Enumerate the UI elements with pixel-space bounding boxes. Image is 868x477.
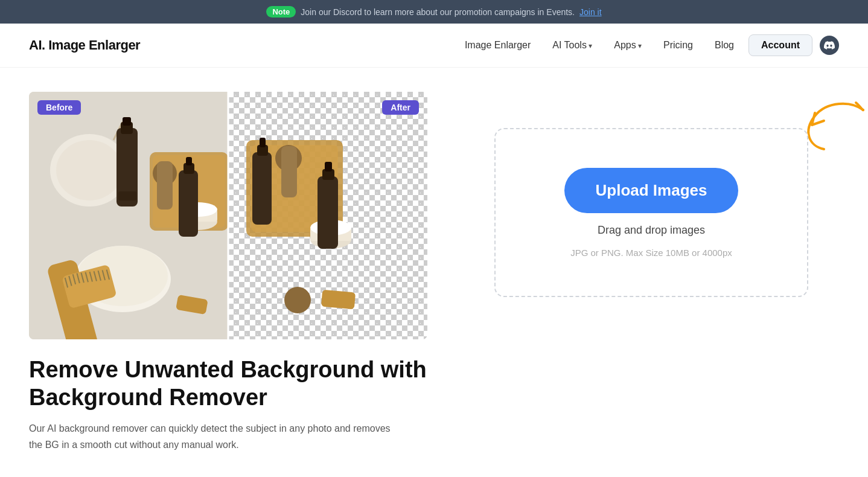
svg-rect-17 <box>157 161 173 210</box>
main-content: Before <box>0 68 868 453</box>
svg-rect-46 <box>325 162 332 171</box>
hero-text: Remove Unwanted Background with Backgrou… <box>29 356 427 453</box>
divider-line <box>228 92 229 339</box>
svg-point-48 <box>284 287 311 313</box>
navbar: AI. Image Enlarger Image Enlarger AI Too… <box>0 24 868 68</box>
account-button[interactable]: Account <box>748 34 812 56</box>
banner-message: Join our Discord to learn more about our… <box>301 7 575 17</box>
right-side: Upload Images Drag and drop images JPG o… <box>464 92 839 297</box>
svg-rect-13 <box>179 170 198 237</box>
hero-title: Remove Unwanted Background with Backgrou… <box>29 356 427 411</box>
nav-link-image-enlarger[interactable]: Image Enlarger <box>465 40 531 50</box>
after-image <box>228 92 427 339</box>
join-link[interactable]: Join it <box>579 7 602 17</box>
upload-box[interactable]: Upload Images Drag and drop images JPG o… <box>494 128 808 297</box>
svg-rect-44 <box>318 176 338 249</box>
nav-link-ai-tools[interactable]: AI Tools <box>552 40 592 50</box>
file-info-text: JPG or PNG. Max Size 10MB or 4000px <box>570 248 732 258</box>
after-side: After <box>228 92 427 339</box>
upload-button[interactable]: Upload Images <box>564 168 739 213</box>
nav-link-pricing[interactable]: Pricing <box>663 40 693 50</box>
before-after-container: Before <box>29 92 427 339</box>
nav-item-image-enlarger[interactable]: Image Enlarger <box>465 40 531 51</box>
svg-rect-36 <box>252 152 272 225</box>
nav-item-apps[interactable]: Apps <box>614 40 642 51</box>
discord-icon[interactable] <box>820 36 839 55</box>
nav-links: Image Enlarger AI Tools Apps Pricing Blo… <box>465 40 734 51</box>
before-side: Before <box>29 92 228 339</box>
nav-link-blog[interactable]: Blog <box>715 40 734 50</box>
svg-rect-15 <box>186 157 192 165</box>
svg-rect-6 <box>123 117 131 126</box>
svg-rect-47 <box>321 290 356 310</box>
svg-rect-7 <box>118 191 136 200</box>
logo: AI. Image Enlarger <box>29 37 140 53</box>
nav-item-pricing[interactable]: Pricing <box>663 40 693 51</box>
before-image <box>29 92 228 339</box>
nav-link-apps[interactable]: Apps <box>614 40 642 50</box>
svg-rect-40 <box>281 146 297 197</box>
hero-description: Our AI background remover can quickly de… <box>29 421 391 453</box>
after-label: After <box>382 100 419 115</box>
drag-drop-text: Drag and drop images <box>598 224 705 237</box>
nav-item-ai-tools[interactable]: AI Tools <box>552 40 592 51</box>
svg-rect-38 <box>260 138 266 147</box>
nav-item-blog[interactable]: Blog <box>715 40 734 51</box>
left-side: Before <box>29 92 427 453</box>
note-badge: Note <box>266 6 296 18</box>
before-label: Before <box>37 100 81 115</box>
top-banner: Note Join our Discord to learn more abou… <box>0 0 868 24</box>
svg-point-2 <box>56 140 123 200</box>
